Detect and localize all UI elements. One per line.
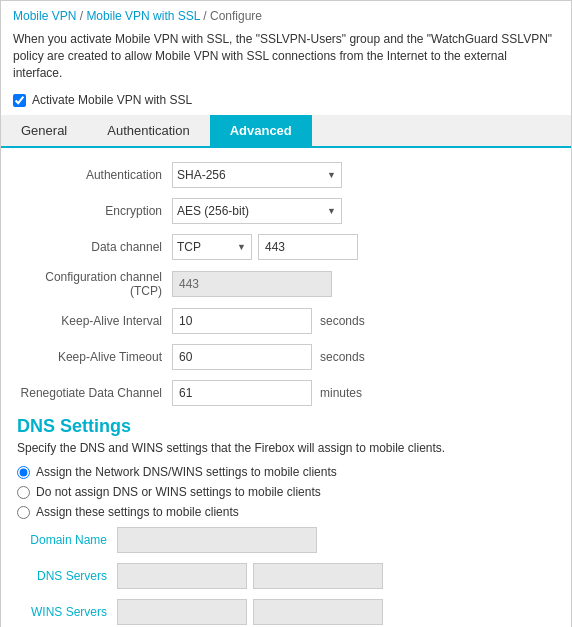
data-channel-inputs: TCP UDP (172, 234, 358, 260)
dns-server2-input[interactable] (253, 563, 383, 589)
keepalive-timeout-label: Keep-Alive Timeout (17, 350, 172, 364)
data-channel-port[interactable] (258, 234, 358, 260)
radio-custom[interactable] (17, 506, 30, 519)
dns-fields: Domain Name DNS Servers WINS Servers (17, 527, 555, 625)
activate-label: Activate Mobile VPN with SSL (32, 93, 192, 107)
radio-network-label: Assign the Network DNS/WINS settings to … (36, 465, 337, 479)
tab-authentication[interactable]: Authentication (87, 115, 209, 146)
encryption-row: Encryption AES (256-bit) AES (128-bit) 3… (17, 198, 555, 224)
authentication-select[interactable]: SHA-256 SHA-1 MD5 (172, 162, 342, 188)
keepalive-timeout-unit: seconds (320, 350, 365, 364)
dns-server-inputs (117, 563, 383, 589)
tab-advanced[interactable]: Advanced (210, 115, 312, 146)
encryption-label: Encryption (17, 204, 172, 218)
authentication-row: Authentication SHA-256 SHA-1 MD5 (17, 162, 555, 188)
data-channel-label: Data channel (17, 240, 172, 254)
config-channel-label: Configuration channel (TCP) (17, 270, 172, 298)
keepalive-interval-row: Keep-Alive Interval seconds (17, 308, 555, 334)
keepalive-interval-unit: seconds (320, 314, 365, 328)
main-container: Mobile VPN / Mobile VPN with SSL / Confi… (0, 0, 572, 627)
keepalive-timeout-row: Keep-Alive Timeout seconds (17, 344, 555, 370)
domain-name-row: Domain Name (17, 527, 555, 553)
authentication-select-wrapper: SHA-256 SHA-1 MD5 (172, 162, 342, 188)
authentication-label: Authentication (17, 168, 172, 182)
config-channel-input[interactable] (172, 271, 332, 297)
keepalive-interval-label: Keep-Alive Interval (17, 314, 172, 328)
tab-content: Authentication SHA-256 SHA-1 MD5 Encrypt… (1, 148, 571, 627)
dns-server1-input[interactable] (117, 563, 247, 589)
breadcrumb: Mobile VPN / Mobile VPN with SSL / Confi… (1, 1, 571, 27)
domain-name-label: Domain Name (17, 533, 117, 547)
data-channel-select[interactable]: TCP UDP (172, 234, 252, 260)
dns-radio-custom: Assign these settings to mobile clients (17, 505, 555, 519)
wins-servers-label: WINS Servers (17, 605, 117, 619)
dns-description: Specify the DNS and WINS settings that t… (17, 441, 555, 455)
data-channel-select-wrapper: TCP UDP (172, 234, 252, 260)
dns-radio-none: Do not assign DNS or WINS settings to mo… (17, 485, 555, 499)
breadcrumb-mobile-vpn-ssl[interactable]: Mobile VPN with SSL (86, 9, 200, 23)
renegotiate-unit: minutes (320, 386, 362, 400)
dns-title: DNS Settings (17, 416, 555, 437)
dns-radio-network: Assign the Network DNS/WINS settings to … (17, 465, 555, 479)
activate-row: Activate Mobile VPN with SSL (1, 89, 571, 115)
domain-name-input[interactable] (117, 527, 317, 553)
breadcrumb-mobile-vpn[interactable]: Mobile VPN (13, 9, 76, 23)
renegotiate-row: Renegotiate Data Channel minutes (17, 380, 555, 406)
dns-section: DNS Settings Specify the DNS and WINS se… (17, 416, 555, 625)
page-description: When you activate Mobile VPN with SSL, t… (1, 27, 571, 89)
breadcrumb-current: Configure (210, 9, 262, 23)
renegotiate-input[interactable] (172, 380, 312, 406)
keepalive-timeout-input[interactable] (172, 344, 312, 370)
radio-custom-label: Assign these settings to mobile clients (36, 505, 239, 519)
data-channel-row: Data channel TCP UDP (17, 234, 555, 260)
wins-servers-row: WINS Servers (17, 599, 555, 625)
dns-servers-row: DNS Servers (17, 563, 555, 589)
wins-server2-input[interactable] (253, 599, 383, 625)
radio-none-label: Do not assign DNS or WINS settings to mo… (36, 485, 321, 499)
config-channel-row: Configuration channel (TCP) (17, 270, 555, 298)
renegotiate-label: Renegotiate Data Channel (17, 386, 172, 400)
radio-network[interactable] (17, 466, 30, 479)
encryption-select-wrapper: AES (256-bit) AES (128-bit) 3DES DES (172, 198, 342, 224)
radio-none[interactable] (17, 486, 30, 499)
tab-bar: General Authentication Advanced (1, 115, 571, 148)
dns-servers-label: DNS Servers (17, 569, 117, 583)
wins-server-inputs (117, 599, 383, 625)
tab-general[interactable]: General (1, 115, 87, 146)
activate-checkbox[interactable] (13, 94, 26, 107)
wins-server1-input[interactable] (117, 599, 247, 625)
encryption-select[interactable]: AES (256-bit) AES (128-bit) 3DES DES (172, 198, 342, 224)
keepalive-interval-input[interactable] (172, 308, 312, 334)
